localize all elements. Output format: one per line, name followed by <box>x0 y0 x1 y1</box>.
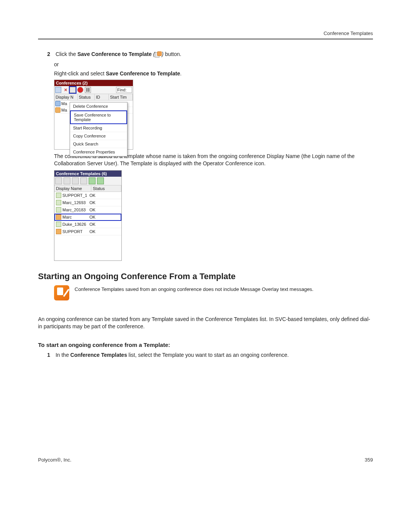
save-conference-to-template-icon[interactable] <box>70 87 76 93</box>
context-menu: Delete Conference Save Conference to Tem… <box>70 102 127 157</box>
templates-columns: Display Name Status <box>54 185 121 192</box>
note-text: Conference Templates saved from an ongoi… <box>75 285 314 293</box>
template-row-status: OK <box>89 193 120 198</box>
delete-conference-icon[interactable]: ✕ <box>63 87 68 93</box>
ctx-delete-conference[interactable]: Delete Conference <box>70 102 127 110</box>
footer-left: Polycom®, Inc. <box>38 457 72 463</box>
step-2-bold: Save Conference to Template <box>77 51 151 57</box>
conference-row-name: Ma <box>61 101 67 106</box>
template-row-name: Marc <box>62 215 72 219</box>
templates-body: SUPPORT_1 OK Marc_12693 OK Marc_20183 OK… <box>54 192 121 260</box>
header-rule <box>38 38 373 40</box>
template-row-name: SUPPORT <box>62 229 83 234</box>
conference-templates-panel: Conference Templates (6) Display Name St… <box>54 170 122 261</box>
page-header-right: Conference Templates <box>38 30 373 38</box>
conferences-body: Ma Ma Delete Conference Save Conference … <box>54 101 133 149</box>
col-status: Status <box>78 94 95 100</box>
template-row[interactable]: SUPPORT_1 OK <box>54 192 121 199</box>
step-2-rc-post: . <box>180 70 182 77</box>
conference-icon <box>55 107 61 113</box>
conferences-panel-title: Conferences (2) <box>54 80 133 86</box>
operator-conference-icon <box>56 214 61 220</box>
col-display-name: Display N <box>54 94 78 100</box>
template-start-icon[interactable] <box>89 177 96 184</box>
step-2-post: button. <box>165 51 182 57</box>
template-icon <box>56 193 61 198</box>
conference-templates-title: Conference Templates (6) <box>54 171 121 177</box>
conferences-columns: Display N Status ID Start Tim <box>54 94 133 101</box>
template-icon <box>56 222 61 227</box>
tmpl-col-display-name: Display Name <box>54 185 91 192</box>
step-1-post: list, select the Template you want to st… <box>127 352 289 358</box>
sub-heading: To start an ongoing conference from a Te… <box>38 342 373 348</box>
template-row[interactable]: Duke_13626 OK <box>54 221 121 228</box>
ctx-copy-conference[interactable]: Copy Conference <box>70 132 127 140</box>
conferences-toolbar: ✕ Find: <box>54 86 133 94</box>
template-row-name: Marc_12693 <box>62 200 86 205</box>
step-2-rightclick: Right-click and select Save Conference t… <box>54 70 373 77</box>
note-block: Conference Templates saved from an ongoi… <box>54 285 373 300</box>
template-row-highlighted[interactable]: Marc OK <box>54 214 121 221</box>
conferences-panel: Conferences (2) ✕ Find: Display N Status… <box>54 80 133 150</box>
template-row[interactable]: Marc_20183 OK <box>54 206 121 214</box>
template-row-status: OK <box>89 222 120 227</box>
template-row-status: OK <box>89 229 120 234</box>
template-row-status: OK <box>89 208 120 212</box>
template-schedule-icon[interactable] <box>80 177 87 184</box>
step-1-number: 1 <box>47 352 54 358</box>
footer-right: 359 <box>365 457 373 463</box>
col-id: ID <box>95 94 109 100</box>
operator-conference-icon <box>56 229 61 234</box>
step-1-bold: Conference Templates <box>70 352 127 358</box>
conference-templates-toolbar <box>54 177 121 185</box>
step-2-paren-open: ( <box>152 51 155 57</box>
ctx-conference-properties[interactable]: Conference Properties <box>70 148 127 156</box>
start-recording-icon[interactable] <box>77 87 83 93</box>
template-row-name: SUPPORT_1 <box>62 193 87 198</box>
new-conference-icon[interactable] <box>55 87 61 93</box>
section-heading: Starting an Ongoing Conference From a Te… <box>38 272 373 281</box>
pause-recording-icon[interactable] <box>85 87 91 93</box>
template-row-status: OK <box>89 215 120 219</box>
step-1-sub: 1 In the Conference Templates list, sele… <box>47 352 373 358</box>
save-to-template-icon <box>155 51 162 58</box>
template-row[interactable]: Marc_12693 OK <box>54 199 121 206</box>
step-2: 2 Click the Save Conference to Template … <box>47 51 373 58</box>
template-new-icon[interactable] <box>55 177 62 184</box>
step-2-paren-close: ) <box>162 51 165 57</box>
template-row[interactable]: SUPPORT OK <box>54 228 121 235</box>
ctx-quick-search[interactable]: Quick Search <box>70 140 127 148</box>
step-2-or: or <box>54 61 373 67</box>
step-2-number: 2 <box>47 51 54 57</box>
body-paragraph: An ongoing conference can be started fro… <box>38 316 373 330</box>
tmpl-col-status: Status <box>91 185 121 192</box>
step-1-pre: In the <box>56 352 70 358</box>
ctx-save-conference-to-template[interactable]: Save Conference to Template <box>70 110 127 124</box>
note-icon <box>54 285 69 300</box>
conference-icon <box>55 101 61 106</box>
template-export-icon[interactable] <box>97 177 104 184</box>
step-2-body: Click the Save Conference to Template ()… <box>56 51 368 58</box>
step-2-rc-pre: Right-click and select <box>54 70 106 77</box>
conference-row-name: Ma <box>61 108 67 112</box>
template-edit-icon[interactable] <box>72 177 79 184</box>
step-2-pre: Click the <box>56 51 78 57</box>
step-2-rc-bold: Save Conference to Template <box>106 70 180 77</box>
template-icon <box>56 200 61 205</box>
template-row-status: OK <box>89 200 120 205</box>
ctx-start-recording[interactable]: Start Recording <box>70 124 127 132</box>
template-icon <box>56 207 61 212</box>
template-delete-icon[interactable] <box>64 177 70 184</box>
page-footer: Polycom®, Inc. 359 <box>38 457 373 463</box>
step-1-body: In the Conference Templates list, select… <box>56 352 368 358</box>
find-label: Find: <box>116 87 132 93</box>
col-start-time: Start Tim <box>109 94 133 100</box>
template-row-name: Marc_20183 <box>62 208 86 212</box>
template-row-name: Duke_13626 <box>62 222 86 227</box>
